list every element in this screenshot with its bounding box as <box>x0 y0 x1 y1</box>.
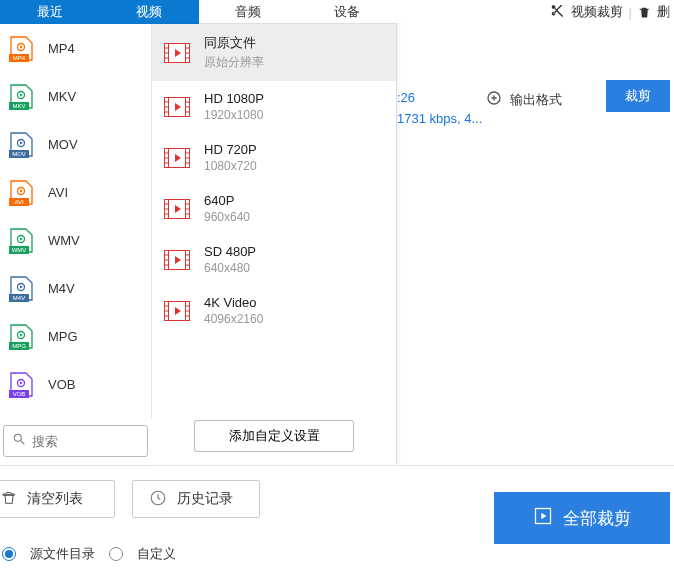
clock-icon <box>149 489 167 510</box>
resolution-submenu: 同原文件原始分辨率HD 1080P1920x1080HD 720P1080x72… <box>152 24 397 464</box>
svg-point-24 <box>14 434 21 441</box>
search-icon <box>12 432 26 450</box>
format-label: MOV <box>48 137 78 152</box>
format-label: M4V <box>48 281 75 296</box>
svg-text:MP4: MP4 <box>13 55 26 61</box>
file-mov-icon: MOV <box>8 132 36 156</box>
format-label: MPG <box>48 329 78 344</box>
resolution-title: 640P <box>204 193 250 208</box>
clear-list-button[interactable]: 清空列表 <box>0 480 115 518</box>
resolution-sub: 1080x720 <box>204 159 257 173</box>
radio-custom[interactable] <box>109 547 123 561</box>
radio-source-dir[interactable] <box>2 547 16 561</box>
video-icon <box>164 148 190 168</box>
tab-2[interactable]: 音频 <box>199 0 298 24</box>
divider <box>0 465 674 466</box>
video-icon <box>164 199 190 219</box>
svg-text:MOV: MOV <box>12 151 26 157</box>
play-icon <box>533 506 553 531</box>
resolution-item-0[interactable]: 同原文件原始分辨率 <box>152 24 396 81</box>
separator: | <box>629 5 632 20</box>
resolution-item-5[interactable]: 4K Video4096x2160 <box>152 285 396 336</box>
format-item-mkv[interactable]: MKVMKV <box>0 72 151 120</box>
format-item-m4v[interactable]: M4VM4V <box>0 264 151 312</box>
video-icon <box>164 250 190 270</box>
video-icon <box>164 301 190 321</box>
add-custom-settings-button[interactable]: 添加自定义设置 <box>194 420 354 452</box>
bitrate-fragment: 1731 kbps, 4... <box>397 111 482 126</box>
radio-custom-label: 自定义 <box>137 545 176 563</box>
resolution-item-1[interactable]: HD 1080P1920x1080 <box>152 81 396 132</box>
resolution-title: HD 1080P <box>204 91 264 106</box>
crop-all-button[interactable]: 全部裁剪 <box>494 492 670 544</box>
svg-text:MKV: MKV <box>12 103 25 109</box>
file-info-area: :26 1731 kbps, 4... <box>397 90 482 126</box>
svg-text:VOB: VOB <box>13 391 26 397</box>
resolution-title: HD 720P <box>204 142 257 157</box>
time-fragment: :26 <box>397 90 482 105</box>
history-label: 历史记录 <box>177 490 233 508</box>
search-box[interactable] <box>3 425 148 457</box>
file-mp4-icon: MP4 <box>8 36 36 60</box>
crop-button[interactable]: 裁剪 <box>606 80 670 112</box>
resolution-title: 4K Video <box>204 295 263 310</box>
tab-1[interactable]: 视频 <box>99 0 198 24</box>
trash-icon <box>1 490 17 509</box>
format-item-mpg[interactable]: MPGMPG <box>0 312 151 360</box>
format-list: MP4MP4MKVMKVMOVMOVAVIAVIWMVWMVM4VM4VMPGM… <box>0 24 152 418</box>
format-label: WMV <box>48 233 80 248</box>
svg-text:AVI: AVI <box>14 199 24 205</box>
crop-all-label: 全部裁剪 <box>563 507 631 530</box>
format-category-tabs: 最近视频音频设备 <box>0 0 397 24</box>
format-label: AVI <box>48 185 68 200</box>
format-item-avi[interactable]: AVIAVI <box>0 168 151 216</box>
format-label: VOB <box>48 377 75 392</box>
radio-source-dir-label: 源文件目录 <box>30 545 95 563</box>
resolution-sub: 4096x2160 <box>204 312 263 326</box>
resolution-item-2[interactable]: HD 720P1080x720 <box>152 132 396 183</box>
delete-label[interactable]: 删 <box>657 3 670 21</box>
svg-line-25 <box>21 441 25 445</box>
format-item-mov[interactable]: MOVMOV <box>0 120 151 168</box>
svg-text:M4V: M4V <box>13 295 25 301</box>
resolution-item-4[interactable]: SD 480P640x480 <box>152 234 396 285</box>
clear-list-label: 清空列表 <box>27 490 83 508</box>
tab-3[interactable]: 设备 <box>298 0 397 24</box>
file-mpg-icon: MPG <box>8 324 36 348</box>
history-button[interactable]: 历史记录 <box>132 480 260 518</box>
resolution-sub: 1920x1080 <box>204 108 264 122</box>
format-item-wmv[interactable]: WMVWMV <box>0 216 151 264</box>
format-label: MP4 <box>48 41 75 56</box>
resolution-title: SD 480P <box>204 244 256 259</box>
file-wmv-icon: WMV <box>8 228 36 252</box>
resolution-item-3[interactable]: 640P960x640 <box>152 183 396 234</box>
resolution-sub: 640x480 <box>204 261 256 275</box>
video-icon <box>164 43 190 63</box>
output-format[interactable]: 输出格式 <box>486 90 562 109</box>
svg-text:MPG: MPG <box>12 343 26 349</box>
scissors-icon <box>551 5 565 19</box>
resolution-sub: 原始分辨率 <box>204 54 264 71</box>
resolution-sub: 960x640 <box>204 210 250 224</box>
file-vob-icon: VOB <box>8 372 36 396</box>
format-label: MKV <box>48 89 76 104</box>
svg-text:WMV: WMV <box>12 247 27 253</box>
file-avi-icon: AVI <box>8 180 36 204</box>
file-mkv-icon: MKV <box>8 84 36 108</box>
video-crop-label[interactable]: 视频裁剪 <box>571 3 623 21</box>
format-item-vob[interactable]: VOBVOB <box>0 360 151 408</box>
output-format-icon <box>486 90 502 109</box>
trash-icon[interactable] <box>638 6 651 19</box>
file-m4v-icon: M4V <box>8 276 36 300</box>
resolution-title: 同原文件 <box>204 34 264 52</box>
output-format-label: 输出格式 <box>510 91 562 109</box>
tab-0[interactable]: 最近 <box>0 0 99 24</box>
video-icon <box>164 97 190 117</box>
output-path-radios: 源文件目录 自定义 <box>2 545 176 563</box>
format-item-mp4[interactable]: MP4MP4 <box>0 24 151 72</box>
